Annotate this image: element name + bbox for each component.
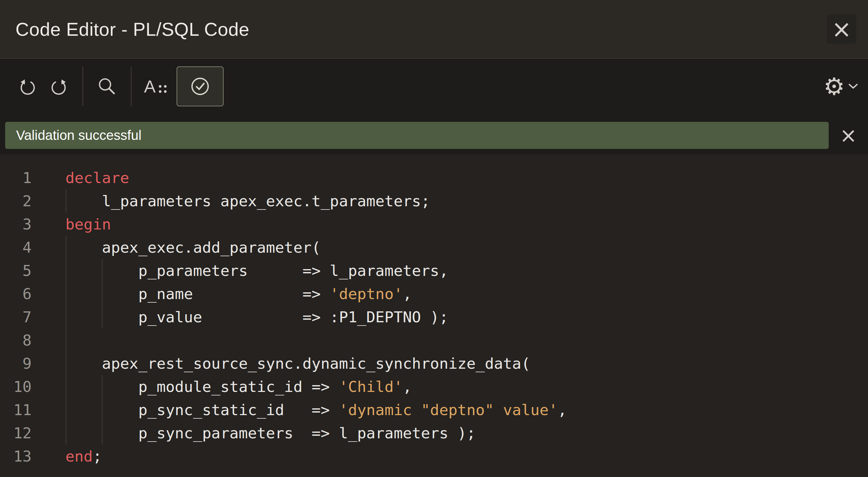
banner-message: Validation successful xyxy=(16,128,142,143)
code-line[interactable]: 6 p_name => 'deptno', xyxy=(0,282,868,305)
line-number: 2 xyxy=(0,189,36,213)
indent-guide xyxy=(66,236,66,445)
toolbar-separator xyxy=(131,67,131,106)
line-number: 3 xyxy=(0,213,36,236)
dialog-close-button[interactable]: × xyxy=(827,14,857,44)
line-number: 7 xyxy=(0,305,36,329)
find-button[interactable] xyxy=(92,66,122,107)
code-text: p_parameters => l_parameters, xyxy=(36,259,448,282)
line-number: 5 xyxy=(0,259,36,282)
code-editor-dialog: Code Editor - PL/SQL Code × xyxy=(0,0,868,477)
code-text: apex_exec.add_parameter( xyxy=(36,236,320,259)
code-text: p_module_static_id => 'Child', xyxy=(36,375,412,398)
undo-icon xyxy=(18,76,38,97)
dialog-header: Code Editor - PL/SQL Code × xyxy=(0,0,868,59)
autocomplete-button[interactable]: A xyxy=(140,66,171,107)
code-line[interactable]: 12 p_sync_parameters => l_parameters ); xyxy=(0,422,868,445)
line-number: 11 xyxy=(0,398,36,422)
code-text xyxy=(36,329,65,352)
code-line[interactable]: 9 apex_rest_source_sync.dynamic_synchron… xyxy=(0,352,868,375)
code-line[interactable]: 11 p_sync_static_id => 'dynamic "deptno"… xyxy=(0,398,868,422)
code-text: apex_rest_source_sync.dynamic_synchroniz… xyxy=(36,352,530,375)
autocomplete-dots xyxy=(159,85,166,93)
success-banner: Validation successful xyxy=(5,122,829,149)
code-line[interactable]: 10 p_module_static_id => 'Child', xyxy=(0,375,868,398)
code-lines: 1declare2 l_parameters apex_exec.t_param… xyxy=(0,166,868,468)
chevron-down-icon xyxy=(848,83,858,90)
code-text: p_sync_static_id => 'dynamic "deptno" va… xyxy=(36,398,567,422)
code-line[interactable]: 4 apex_exec.add_parameter( xyxy=(0,236,868,259)
code-text: declare xyxy=(36,166,129,189)
close-icon: × xyxy=(840,123,857,147)
redo-button[interactable] xyxy=(43,66,74,107)
code-text: begin xyxy=(36,213,111,236)
line-number: 13 xyxy=(0,445,36,468)
validate-button[interactable] xyxy=(177,66,224,107)
indent-guide xyxy=(66,189,66,213)
gear-icon: ⚙ xyxy=(824,74,845,98)
indent-guide xyxy=(102,375,102,445)
code-line[interactable]: 7 p_value => :P1_DEPTNO ); xyxy=(0,305,868,329)
code-text: p_value => :P1_DEPTNO ); xyxy=(36,305,448,329)
code-line[interactable]: 2 l_parameters apex_exec.t_parameters; xyxy=(0,189,868,213)
search-icon xyxy=(97,76,117,97)
line-number: 4 xyxy=(0,236,36,259)
line-number: 10 xyxy=(0,375,36,398)
undo-button[interactable] xyxy=(12,66,43,107)
code-text: p_name => 'deptno', xyxy=(36,282,412,305)
line-number: 6 xyxy=(0,282,36,305)
code-text: l_parameters apex_exec.t_parameters; xyxy=(36,189,430,213)
toolbar-separator xyxy=(83,67,83,106)
redo-icon xyxy=(48,76,69,97)
close-icon: × xyxy=(832,17,851,41)
settings-menu-button[interactable]: ⚙ xyxy=(824,74,858,98)
autocomplete-letter: A xyxy=(144,77,156,96)
line-number: 1 xyxy=(0,166,36,189)
line-number: 12 xyxy=(0,422,36,445)
banner-close-button[interactable]: × xyxy=(829,125,868,146)
code-text: end; xyxy=(36,445,102,468)
line-number: 8 xyxy=(0,329,36,352)
code-line[interactable]: 3begin xyxy=(0,213,868,236)
autocomplete-icon: A xyxy=(144,77,166,96)
code-line[interactable]: 5 p_parameters => l_parameters, xyxy=(0,259,868,282)
dialog-title: Code Editor - PL/SQL Code xyxy=(16,18,249,40)
line-number: 9 xyxy=(0,352,36,375)
editor-toolbar: A ⚙ xyxy=(0,59,868,114)
notification-row: Validation successful × xyxy=(0,114,868,154)
indent-guide xyxy=(102,259,102,329)
code-line[interactable]: 13end; xyxy=(0,445,868,468)
code-line[interactable]: 1declare xyxy=(0,166,868,189)
check-circle-icon xyxy=(189,75,211,98)
code-editor[interactable]: 1declare2 l_parameters apex_exec.t_param… xyxy=(0,154,868,477)
code-line[interactable]: 8 xyxy=(0,329,868,352)
